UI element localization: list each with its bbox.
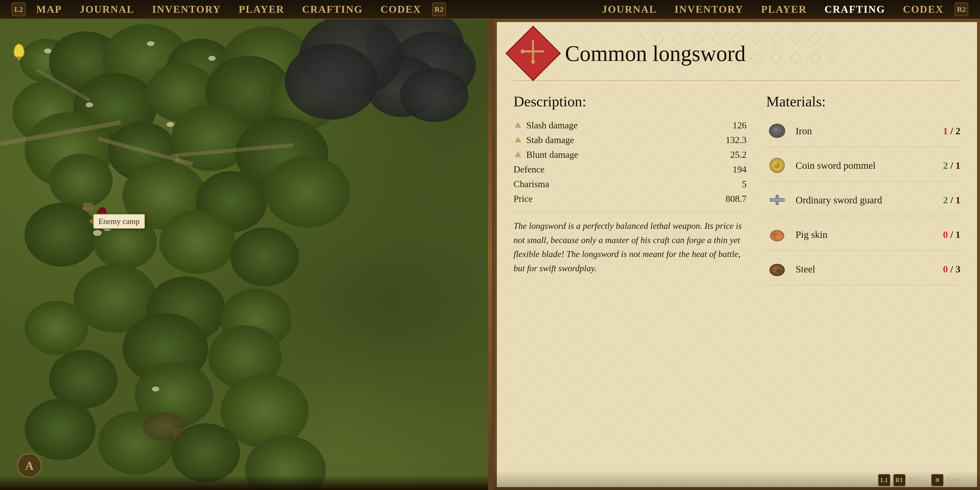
nav-item-crafting[interactable]: CRAFTING	[293, 0, 372, 19]
nav-right-item-journal[interactable]: JOURNAL	[593, 0, 666, 19]
sort-icon: ⚙	[931, 474, 943, 486]
svg-point-25	[774, 267, 778, 270]
pommel-icon	[766, 154, 788, 177]
nav-item-codex[interactable]: CODEX	[372, 0, 430, 19]
material-row-pigskin: Pig skin 0 / 1	[766, 223, 960, 251]
nav-btn-r2-right[interactable]: R2	[955, 2, 968, 16]
steel-icon	[766, 258, 788, 280]
blunt-icon	[514, 150, 522, 159]
pigskin-icon	[766, 223, 788, 245]
nav-item-journal[interactable]: JOURNAL	[71, 0, 143, 19]
panel-divider	[488, 19, 492, 490]
stat-value-blunt: 25.2	[730, 149, 747, 160]
nav-right: JOURNAL INVENTORY PLAYER CRAFTING CODEX …	[490, 0, 980, 19]
svg-marker-6	[515, 122, 521, 128]
description-text: The longsword is a perfectly balanced le…	[514, 219, 746, 275]
nest-marker	[208, 56, 216, 61]
stat-value-defence: 194	[733, 164, 746, 175]
main-content: Enemy camp A	[0, 19, 980, 490]
stat-label-defence: Defence	[514, 164, 545, 175]
crafting-panel: Common longsword Description: Slash dama…	[492, 19, 980, 490]
material-name-iron: Iron	[795, 125, 935, 137]
material-row-steel: Steel 0 / 3	[766, 258, 960, 285]
tree-cluster	[24, 301, 88, 355]
description-title: Description:	[514, 93, 746, 110]
rock	[83, 203, 93, 210]
description-column: Description: Slash damage 126	[514, 93, 746, 480]
nav-right-item-crafting[interactable]: CRAFTING	[816, 0, 894, 19]
svg-point-21	[776, 235, 782, 239]
svg-point-15	[775, 163, 777, 165]
stab-icon	[514, 135, 522, 144]
nav-right-item-codex[interactable]: CODEX	[894, 0, 953, 19]
nest-marker	[147, 41, 154, 46]
nest-marker	[167, 122, 174, 127]
nav-item-map[interactable]: MAP	[27, 0, 71, 19]
slash-icon	[514, 121, 522, 130]
tree-cluster	[24, 399, 95, 460]
nav-item-player[interactable]: PLAYER	[230, 0, 293, 19]
l1-icon: L1	[878, 474, 890, 486]
material-count-steel: 0 / 3	[943, 263, 960, 275]
iron-icon	[766, 120, 788, 142]
enemy-camp-area: Enemy camp	[93, 210, 110, 232]
material-name-steel: Steel	[795, 263, 935, 275]
material-row-pommel: Coin sword pommel 2 / 1	[766, 154, 960, 181]
stat-label-blunt: Blunt damage	[514, 149, 578, 160]
material-count-guard: 2 / 1	[943, 194, 960, 206]
r1-icon: R1	[893, 474, 905, 486]
svg-point-26	[776, 269, 781, 273]
item-icon-container	[506, 26, 561, 81]
tabs-button[interactable]: L1 R1 Tabs	[878, 474, 924, 486]
material-count-pigskin: 0 / 1	[943, 229, 960, 240]
map-panel: Enemy camp A	[0, 19, 488, 490]
nav-btn-l2[interactable]: L2	[12, 2, 25, 16]
stat-row-defence: Defence 194	[514, 164, 746, 175]
crafting-content: Common longsword Description: Slash dama…	[494, 19, 980, 490]
svg-point-22	[775, 232, 777, 234]
item-header: Common longsword	[514, 34, 960, 81]
stat-label-slash: Slash damage	[514, 120, 578, 130]
bottom-bar: L1 R1 Tabs ⚙ Sort	[494, 470, 980, 490]
tree-cluster	[230, 228, 299, 286]
svg-marker-7	[515, 137, 521, 142]
tree-cluster	[159, 210, 235, 274]
svg-point-11	[774, 128, 778, 131]
item-icon	[521, 39, 546, 68]
material-count-pommel: 2 / 1	[943, 160, 960, 171]
nest-marker	[44, 49, 51, 53]
material-name-pigskin: Pig skin	[795, 229, 935, 240]
stat-row-charisma: Charisma 5	[514, 178, 746, 189]
stat-value-charisma: 5	[742, 178, 746, 189]
stat-value-slash: 126	[733, 120, 746, 130]
stat-row-slash: Slash damage 126	[514, 120, 746, 130]
tree-cluster	[49, 154, 113, 208]
nav-btn-r2-left[interactable]: R2	[432, 2, 446, 16]
stat-label-price: Price	[514, 193, 533, 204]
item-title: Common longsword	[565, 41, 746, 66]
guard-icon	[766, 189, 788, 211]
nav-right-item-inventory[interactable]: INVENTORY	[666, 0, 752, 19]
material-row-iron: Iron 1 / 2	[766, 120, 960, 147]
stat-value-price: 808.7	[726, 193, 747, 204]
crafting-columns: Description: Slash damage 126	[514, 93, 960, 480]
nest-marker	[86, 102, 93, 107]
sort-button[interactable]: ⚙ Sort	[931, 474, 960, 486]
stat-row-price: Price 808.7	[514, 193, 746, 204]
material-count-iron: 1 / 2	[943, 125, 960, 137]
stat-label-charisma: Charisma	[514, 178, 549, 189]
location-pin	[13, 44, 24, 58]
rocky-area	[142, 412, 186, 441]
tree-cluster	[265, 156, 350, 228]
material-name-pommel: Coin sword pommel	[795, 160, 935, 171]
materials-title: Materials:	[766, 93, 960, 110]
nav-item-inventory[interactable]: INVENTORY	[143, 0, 230, 19]
nav-right-item-player[interactable]: PLAYER	[752, 0, 816, 19]
map-bottom-bar	[0, 475, 488, 490]
nav-bar: L2 MAP JOURNAL INVENTORY PLAYER CRAFTING…	[0, 0, 980, 19]
stat-label-stab: Stab damage	[514, 135, 574, 145]
a-button[interactable]: A	[17, 453, 41, 478]
nav-left: L2 MAP JOURNAL INVENTORY PLAYER CRAFTING…	[0, 0, 490, 19]
material-name-guard: Ordinary sword guard	[795, 194, 935, 206]
enemy-camp-tooltip: Enemy camp	[93, 214, 145, 229]
